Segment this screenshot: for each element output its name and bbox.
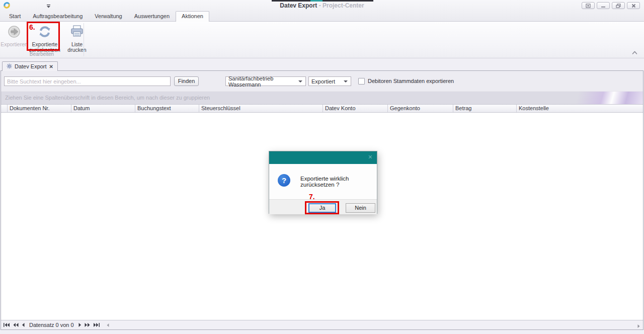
group-by-hint-text: Ziehen Sie eine Spaltenüberschrift in di… (5, 92, 210, 104)
nav-next-page-icon[interactable] (85, 323, 90, 327)
company-dropdown[interactable]: Sanitärfachbetrieb Wassermann (225, 76, 306, 86)
nav-first-icon[interactable] (4, 323, 10, 327)
column-header-dokumenten-nr[interactable]: Dokumenten Nr. (8, 105, 71, 112)
ribbon-tab-aktionen[interactable]: Aktionen (176, 11, 209, 22)
nav-scroll-left-icon[interactable] (107, 323, 109, 327)
chevron-down-icon (298, 80, 302, 82)
document-tab-label: Datev Export (15, 63, 47, 69)
dialog-close-icon[interactable]: × (368, 153, 372, 160)
window-title-separator: - (319, 2, 321, 9)
status-bar: Datensatz 0 von 0 (1, 320, 643, 329)
dialog-body: ? Exportierte wirklich zurücksetzen ? (269, 164, 377, 199)
ribbon-tab-auswertungen[interactable]: Auswertungen (128, 11, 176, 21)
search-input[interactable] (4, 76, 171, 86)
liste-drucken-button[interactable]: Liste drucken (65, 23, 89, 53)
ribbon-tab-auftragsbearbeitung[interactable]: Auftragsbearbeitung (27, 11, 89, 21)
background-window-edge (272, 0, 373, 2)
question-icon: ? (278, 174, 290, 187)
dialog-titlebar: × (269, 151, 377, 164)
column-header-buchungstext[interactable]: Buchungstext (135, 105, 199, 112)
ribbon-group-bearbeiten: Exportieren Exportierte zurücksetzen (0, 22, 644, 53)
grid-header-row: Dokumenten Nr. Datum Buchungstext Steuer… (1, 104, 643, 113)
exportieren-label: Exportieren (1, 42, 28, 47)
restore-button[interactable] (612, 2, 625, 9)
printer-icon (69, 24, 85, 40)
ribbon-group-separator (84, 23, 84, 56)
finden-button[interactable]: Finden (174, 76, 199, 86)
document-tab-datev-export[interactable]: Datev Export ✕ (2, 61, 58, 71)
close-button[interactable] (627, 2, 640, 9)
ribbon-tab-start[interactable]: Start (3, 11, 27, 21)
exportieren-button[interactable]: Exportieren (1, 23, 27, 47)
ribbon-group-label: Bearbeiten (0, 51, 84, 57)
fullscreen-button[interactable] (582, 2, 595, 9)
window-controls (582, 2, 640, 9)
ribbon-tab-verwaltung[interactable]: Verwaltung (89, 11, 128, 21)
gear-icon (7, 63, 12, 70)
row-indicator-header (1, 105, 8, 112)
nav-prev-page-icon[interactable] (13, 323, 19, 327)
window-title: Datev Export - Project-Center (0, 2, 644, 9)
window-title-app: Project-Center (323, 2, 364, 9)
dialog-footer: Ja Nein (269, 199, 377, 214)
decorative-swoosh (575, 92, 643, 104)
column-header-kostenstelle[interactable]: Kostenstelle (517, 105, 643, 112)
column-header-datev-konto[interactable]: Datev Konto (323, 105, 388, 112)
nein-button[interactable]: Nein (346, 203, 375, 213)
annotation-step-7-label: 7. (309, 193, 315, 201)
window-chrome: Datev Export - Project-Center (0, 0, 644, 21)
nav-next-icon[interactable] (78, 323, 82, 327)
column-header-gegenkonto[interactable]: Gegenkonto (388, 105, 453, 112)
grid-body-empty (1, 113, 643, 320)
debitoren-checkbox-label: Debitoren Stammdaten exportieren (368, 76, 454, 86)
window-title-document: Datev Export (280, 2, 317, 9)
ribbon-tab-strip: Start Auftragsbearbeitung Verwaltung Aus… (0, 11, 644, 21)
nav-scroll-right-icon[interactable] (637, 323, 640, 329)
status-dropdown[interactable]: Exportiert (308, 76, 351, 86)
column-header-betrag[interactable]: Betrag (453, 105, 517, 112)
tab-close-icon[interactable]: ✕ (49, 64, 53, 69)
debitoren-checkbox[interactable] (358, 78, 365, 85)
chevron-down-icon (344, 80, 348, 82)
record-count-text: Datensatz 0 von 0 (29, 322, 74, 328)
company-dropdown-value: Sanitärfachbetrieb Wassermann (228, 75, 298, 88)
group-by-drop-area[interactable]: Ziehen Sie eine Spaltenüberschrift in di… (1, 91, 643, 104)
confirm-dialog: × ? Exportierte wirklich zurücksetzen ? … (269, 151, 377, 214)
minimize-button[interactable] (597, 2, 610, 9)
status-dropdown-value: Exportiert (311, 78, 335, 85)
ribbon-collapse-icon[interactable] (631, 50, 638, 56)
nav-last-icon[interactable] (93, 323, 100, 327)
filter-bar: Finden Sanitärfachbetrieb Wassermann Exp… (1, 71, 643, 91)
nav-prev-icon[interactable] (22, 323, 25, 327)
title-bar: Datev Export - Project-Center (0, 0, 644, 11)
refresh-icon (37, 24, 52, 40)
exportierte-zuruecksetzen-button[interactable]: Exportierte zurücksetzen (29, 23, 61, 53)
background-window-teal-segment (310, 0, 323, 2)
ja-button[interactable]: Ja (308, 203, 336, 213)
export-arrow-icon (7, 24, 22, 40)
ribbon-body: Exportieren Exportierte zurücksetzen (0, 21, 644, 58)
column-header-datum[interactable]: Datum (71, 105, 135, 112)
column-header-steuerschluessel[interactable]: Steuerschlüssel (199, 105, 323, 112)
